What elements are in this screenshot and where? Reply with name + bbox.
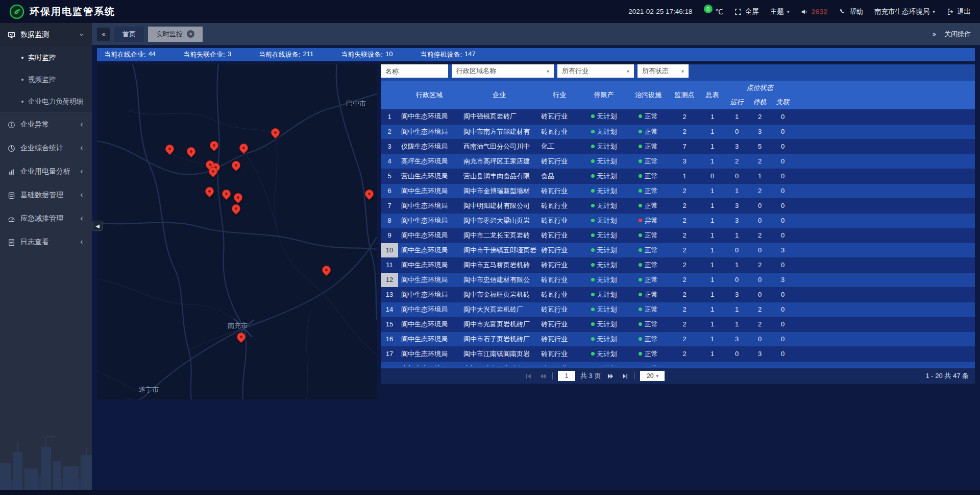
help-button[interactable]: 帮助 bbox=[839, 7, 863, 16]
fullscreen-label: 全屏 bbox=[745, 7, 759, 16]
filler-cell bbox=[794, 154, 975, 169]
table-row[interactable]: 14阆中生态环境局阆中大兴页岩机砖厂砖瓦行业无计划正常21120 bbox=[381, 302, 975, 317]
table-row[interactable]: 2阆中生态环境局阆中市南方节能建材有砖瓦行业无计划正常21030 bbox=[381, 124, 975, 139]
monitor-points-cell: 2 bbox=[670, 317, 699, 332]
filler-cell bbox=[794, 332, 975, 346]
divider bbox=[552, 372, 553, 380]
table-row[interactable]: 16阆中生态环境局阆中市石子页岩机砖厂砖瓦行业无计划正常21300 bbox=[381, 332, 975, 346]
table-row[interactable]: 10阆中生态环境局阆中市千佛镇五郎垭页岩砖瓦行业无计划正常21003 bbox=[381, 243, 975, 257]
table-row[interactable]: 11阆中生态环境局阆中市五马桥页岩机砖砖瓦行业无计划正常21120 bbox=[381, 257, 975, 272]
sidebar-item-power-analysis[interactable]: 企业用电量分析 bbox=[0, 160, 92, 183]
table-row[interactable]: 13阆中生态环境局阆中市金福旺页岩机砖砖瓦行业无计划正常21300 bbox=[381, 287, 975, 302]
company-cell: 阆中强锐页岩砖厂 bbox=[460, 109, 538, 124]
status-dot-icon bbox=[591, 219, 595, 222]
tab-realtime-monitor[interactable]: 实时监控 × bbox=[148, 27, 203, 42]
table-row[interactable]: 17阆中生态环境局阆中市江南镇阆南页岩砖瓦行业无计划正常21030 bbox=[381, 346, 975, 361]
row-index-cell: 17 bbox=[381, 346, 398, 361]
map-panel[interactable]: 巴中市南充市遂宁市 bbox=[97, 64, 377, 399]
sidebar-item-data-monitor[interactable]: 数据监测 bbox=[0, 23, 92, 46]
monitor-points-cell: 2 bbox=[670, 213, 699, 228]
filler-cell bbox=[794, 361, 975, 366]
org-dropdown[interactable]: 南充市生态环境局 ▾ bbox=[874, 7, 935, 16]
sidebar-item-base-data[interactable]: 基础数据管理 bbox=[0, 183, 92, 207]
status-select[interactable]: 所有状态 ▾ bbox=[638, 64, 689, 78]
name-search-input[interactable] bbox=[381, 64, 448, 78]
company-cell: 阆中大兴页岩机砖厂 bbox=[460, 302, 538, 317]
stop-count-cell: 0 bbox=[748, 243, 771, 257]
row-index-cell: 14 bbox=[381, 302, 398, 317]
company-cell: 阆中市南方节能建材有 bbox=[460, 124, 538, 139]
tabs-scroll-right-button[interactable]: » bbox=[933, 30, 936, 38]
table-row[interactable]: 5营山生态环境局营山县润丰肉食品有限食品无计划正常10010 bbox=[381, 169, 975, 183]
sidebar-subitem-power-load-detail[interactable]: 企业电力负荷明细 bbox=[0, 90, 92, 112]
industry-cell: 砖瓦行业 bbox=[538, 109, 581, 124]
table-row[interactable]: 15阆中生态环境局阆中市光富页岩机砖厂砖瓦行业无计划正常21120 bbox=[381, 317, 975, 332]
run-count-cell: 2 bbox=[725, 154, 748, 169]
sidebar-subitem-video-monitor[interactable]: 视频监控 bbox=[0, 68, 92, 90]
table-row[interactable]: 9阆中生态环境局阆中市二龙长宝页岩砖砖瓦行业无计划正常21120 bbox=[381, 228, 975, 243]
industry-cell: 化工 bbox=[538, 139, 581, 154]
industry-select[interactable]: 所有行业 ▾ bbox=[557, 64, 634, 78]
page-size-select[interactable]: 20 ▾ bbox=[640, 371, 665, 381]
status-dot-icon bbox=[639, 278, 642, 281]
last-page-button[interactable] bbox=[620, 371, 629, 381]
prev-page-icon bbox=[540, 373, 546, 380]
table-row[interactable]: 12阆中生态环境局阆中市忠信建材有限公砖瓦行业无计划正常21003 bbox=[381, 272, 975, 287]
pollution-facility-cell: 正常 bbox=[627, 287, 670, 302]
col-filler bbox=[794, 81, 975, 109]
status-dot-icon bbox=[639, 114, 642, 118]
table-row[interactable]: 1阆中生态环境局阆中强锐页岩砖厂砖瓦行业无计划正常21120 bbox=[381, 109, 975, 124]
region-cell: 阆中生态环境局 bbox=[398, 109, 460, 124]
region-cell: 仪陇生态环境局 bbox=[398, 139, 460, 154]
sidebar-item-company-statistics[interactable]: 企业综合统计 bbox=[0, 136, 92, 160]
chevron-down-icon: ▾ bbox=[547, 68, 549, 74]
logout-label: 退出 bbox=[957, 7, 971, 16]
table-row[interactable]: 3仪陇生态环境局西南油气田分公司川中化工无计划正常71350 bbox=[381, 139, 975, 154]
map-collapse-button[interactable]: ◀ bbox=[92, 221, 103, 231]
org-name: 南充市生态环境局 bbox=[874, 7, 929, 16]
temperature-unit: ℃ bbox=[716, 8, 723, 16]
sidebar-item-company-abnormal[interactable]: 企业异常 bbox=[0, 113, 92, 136]
table-row[interactable]: 8阆中生态环境局阆中市枣碧大梁山页岩砖瓦行业无计划异常21300 bbox=[381, 213, 975, 228]
pollution-facility-cell: 异常 bbox=[627, 213, 670, 228]
table-row[interactable]: 18南部生态环境局南部县瑞华页岩砖有限砖瓦行业无计划正常21030 bbox=[381, 361, 975, 366]
close-operations-button[interactable]: 关闭操作 bbox=[944, 30, 971, 39]
region-select[interactable]: 行政区域名称 ▾ bbox=[452, 64, 554, 78]
notice-button[interactable]: 2632 bbox=[801, 8, 827, 16]
col-facility: 治污设施 bbox=[627, 81, 670, 109]
table-row[interactable]: 7阆中生态环境局阆中明阳建材有限公司砖瓦行业无计划正常21300 bbox=[381, 198, 975, 213]
page-number-input[interactable] bbox=[558, 371, 575, 381]
stop-count-cell: 2 bbox=[748, 154, 771, 169]
row-index-cell: 8 bbox=[381, 213, 398, 228]
prev-page-button[interactable] bbox=[538, 371, 547, 381]
sidebar-item-emergency-reduction[interactable]: 应急减排管理 bbox=[0, 207, 92, 230]
industry-cell: 砖瓦行业 bbox=[538, 228, 581, 243]
chevron-left-icon bbox=[79, 146, 85, 151]
table-viewport: 行政区域 企业 行业 停限产 治污设施 监测点 总表 点位状态 bbox=[381, 81, 975, 366]
tabs-scroll-left-button[interactable]: « bbox=[97, 28, 110, 41]
theme-dropdown[interactable]: 主题 ▾ bbox=[770, 7, 790, 16]
tab-home[interactable]: 首页 bbox=[114, 27, 144, 42]
fullscreen-button[interactable]: 全屏 bbox=[734, 7, 759, 16]
table-row[interactable]: 4高坪生态环境局南充市高坪区王家店建砖瓦行业无计划正常31220 bbox=[381, 154, 975, 169]
stat-value: 3 bbox=[228, 50, 231, 59]
sidebar-subitem-realtime-monitor[interactable]: 实时监控 bbox=[0, 46, 92, 68]
first-page-button[interactable] bbox=[524, 371, 533, 381]
total-meters-cell: 1 bbox=[699, 257, 725, 272]
next-page-button[interactable] bbox=[606, 371, 615, 381]
stat-item: 当前在线企业:44 bbox=[104, 50, 156, 59]
col-meters: 总表 bbox=[699, 81, 725, 109]
sidebar-item-log-view[interactable]: 日志查看 bbox=[0, 230, 92, 254]
chevron-down-icon: ▾ bbox=[933, 9, 935, 14]
close-tab-icon[interactable]: × bbox=[187, 30, 194, 38]
sidebar-item-label: 企业综合统计 bbox=[20, 144, 74, 153]
row-index-cell: 18 bbox=[381, 361, 398, 366]
limit-production-cell: 无计划 bbox=[581, 332, 627, 346]
logout-button[interactable]: 退出 bbox=[946, 7, 971, 16]
pagination-bar: 共 3 页 20 ▾ 1 - 20 共 47 条 bbox=[381, 368, 975, 384]
status-dot-icon bbox=[639, 293, 642, 296]
industry-cell: 砖瓦行业 bbox=[538, 361, 581, 366]
page-size-value: 20 bbox=[647, 372, 653, 380]
region-cell: 营山生态环境局 bbox=[398, 169, 460, 183]
table-row[interactable]: 6阆中生态环境局阆中市金博瑞新型墙材砖瓦行业无计划正常21120 bbox=[381, 183, 975, 198]
